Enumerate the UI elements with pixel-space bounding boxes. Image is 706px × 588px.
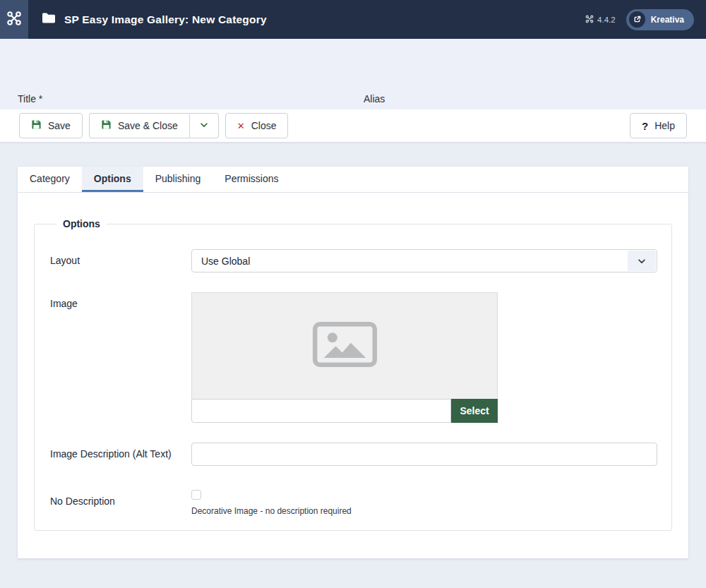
no-description-checkbox[interactable] [191,490,201,500]
image-field-label: Image [50,292,191,423]
user-account-button[interactable]: Kreativa [626,9,694,30]
image-field-row: Image [35,292,657,423]
options-fieldset: Options Layout Use Global [34,218,672,531]
folder-icon [42,12,56,27]
version-indicator: 4.4.2 [585,15,616,25]
version-text: 4.4.2 [597,16,616,24]
save-options-dropdown-toggle[interactable] [189,113,219,138]
tab-category[interactable]: Category [18,167,82,192]
help-button-label: Help [654,120,675,131]
layout-select[interactable]: Use Global [191,249,657,272]
image-picker-widget: Select [191,292,498,423]
tab-publishing[interactable]: Publishing [143,167,213,192]
close-button-label: Close [251,120,277,131]
joomla-logo-icon [6,11,22,28]
image-description-field-row: Image Description (Alt Text) [35,443,657,466]
save-close-button[interactable]: Save & Close [89,113,189,138]
no-description-hint: Decorative Image - no description requir… [191,506,657,516]
tab-permissions[interactable]: Permissions [213,167,290,192]
action-toolbar: Save Save & Close [0,109,706,143]
options-fieldset-legend: Options [56,218,107,229]
toolbar-right-group: ? Help [630,113,687,138]
toolbar-left-group: Save Save & Close [19,113,288,138]
close-button[interactable]: ✕ Close [225,113,289,138]
layout-field-row: Layout Use Global [35,249,657,272]
chevron-down-icon [199,120,209,132]
no-description-field-label: No Description [50,490,191,516]
save-button[interactable]: Save [19,113,83,138]
save-close-button-group: Save & Close [89,113,219,138]
user-account-label: Kreativa [651,15,684,25]
title-field-label: Title * [18,93,42,104]
options-tab-panel: Options Layout Use Global [18,193,688,531]
form-meta-strip: Title * Alias [0,39,706,109]
category-form-card: Category Options Publishing Permissions … [18,167,688,558]
image-description-field-label: Image Description (Alt Text) [50,443,191,466]
form-tab-bar: Category Options Publishing Permissions [18,167,688,193]
external-link-icon [629,11,645,28]
tab-options[interactable]: Options [82,167,143,192]
save-button-label: Save [48,120,71,131]
image-placeholder-icon [312,321,378,371]
layout-select-value: Use Global [201,256,250,267]
image-path-input[interactable] [191,399,451,423]
top-bar: SP Easy Image Gallery: New Category 4.4.… [0,0,706,39]
floppy-disk-icon [31,119,42,132]
page-title: SP Easy Image Gallery: New Category [42,12,267,27]
joomla-menu-button[interactable] [0,0,28,39]
image-preview-area [191,292,498,400]
page-content: Category Options Publishing Permissions … [0,167,706,588]
image-select-button[interactable]: Select [451,399,498,423]
top-bar-right: 4.4.2 Kreativa [585,9,706,30]
save-close-button-label: Save & Close [118,120,178,131]
page-title-text: SP Easy Image Gallery: New Category [64,13,267,26]
help-button[interactable]: ? Help [630,113,687,138]
alias-field-label: Alias [364,93,385,104]
chevron-down-icon [628,251,656,271]
image-path-bar: Select [191,399,498,423]
no-description-field-row: No Description Decorative Image - no des… [35,490,657,516]
joomla-version-icon [585,15,594,25]
question-mark-icon: ? [642,121,648,131]
floppy-disk-icon [101,119,112,132]
layout-field-label: Layout [50,249,191,272]
image-description-input[interactable] [191,443,657,466]
close-icon: ✕ [237,121,245,131]
